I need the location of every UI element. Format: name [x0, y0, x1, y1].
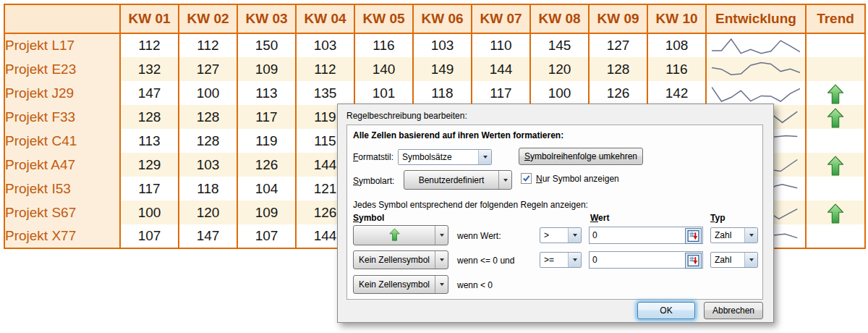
value-cell[interactable]: 112	[120, 33, 179, 57]
trend-cell[interactable]	[806, 224, 865, 248]
project-name-cell[interactable]: Projekt E23	[4, 57, 120, 81]
project-name-cell[interactable]: Projekt C41	[4, 129, 120, 153]
chevron-down-icon[interactable]	[744, 253, 757, 267]
range-picker-icon[interactable]	[685, 228, 702, 244]
project-name-cell[interactable]: Projekt L17	[4, 33, 120, 57]
ok-button[interactable]: OK	[637, 302, 695, 319]
value-cell[interactable]: 150	[237, 33, 296, 57]
project-name-cell[interactable]: Projekt J29	[4, 81, 120, 105]
symbol-select-3[interactable]: Kein Zellensymbol	[353, 275, 448, 294]
value-cell[interactable]: 128	[179, 105, 237, 129]
formatstil-select[interactable]: Symbolsätze	[398, 149, 492, 165]
value-cell[interactable]: 101	[354, 81, 413, 105]
value-cell[interactable]: 132	[120, 57, 179, 81]
value-cell[interactable]: 129	[120, 153, 179, 177]
value-cell[interactable]: 107	[237, 224, 296, 248]
symbol-select-1[interactable]	[353, 225, 448, 245]
value-cell[interactable]: 113	[237, 81, 296, 105]
trend-cell[interactable]	[806, 33, 865, 57]
value-cell[interactable]: 135	[296, 81, 354, 105]
chevron-down-icon[interactable]	[435, 276, 448, 293]
project-name-cell[interactable]: Projekt A47	[4, 153, 120, 177]
value-cell[interactable]: 128	[120, 105, 179, 129]
value-cell[interactable]: 117	[120, 177, 179, 201]
kw-header-cell-6[interactable]: KW 06	[413, 4, 472, 33]
chevron-down-icon[interactable]	[568, 253, 581, 267]
trend-cell[interactable]	[806, 57, 865, 81]
value-cell[interactable]: 107	[120, 224, 179, 248]
value-cell[interactable]: 108	[647, 33, 706, 57]
value-cell[interactable]: 127	[179, 57, 237, 81]
project-name-cell[interactable]: Projekt I53	[4, 177, 120, 201]
kw-header-cell-4[interactable]: KW 04	[296, 4, 354, 33]
kw-header-cell-2[interactable]: KW 02	[179, 4, 237, 33]
trend-cell[interactable]	[806, 105, 865, 129]
sparkline-cell[interactable]	[706, 57, 806, 81]
symbol-select-2[interactable]: Kein Zellensymbol	[353, 250, 448, 269]
value-cell[interactable]: 145	[530, 33, 589, 57]
trend-cell[interactable]	[806, 81, 865, 105]
value-cell[interactable]: 112	[179, 33, 237, 57]
reverse-icon-order-button[interactable]: Symbolreihenfolge umkehren	[519, 148, 643, 165]
value-cell[interactable]: 126	[237, 153, 296, 177]
show-icon-only-checkbox[interactable]: Nur Symbol anzeigen	[521, 173, 619, 184]
value-cell[interactable]: 118	[413, 81, 472, 105]
trend-cell[interactable]	[806, 153, 865, 177]
value-cell[interactable]: 109	[237, 57, 296, 81]
value-cell[interactable]: 100	[179, 81, 237, 105]
value-cell[interactable]: 147	[120, 81, 179, 105]
operator-select-2[interactable]: >=	[540, 252, 582, 268]
corner-header-cell[interactable]	[4, 4, 120, 33]
kw-header-cell-8[interactable]: KW 08	[530, 4, 589, 33]
kw-header-cell-7[interactable]: KW 07	[472, 4, 530, 33]
kw-header-cell-10[interactable]: KW 10	[647, 4, 706, 33]
value-cell[interactable]: 118	[179, 177, 237, 201]
value-cell[interactable]: 112	[296, 57, 354, 81]
value-cell[interactable]: 140	[354, 57, 413, 81]
entwicklung-header-cell[interactable]: Entwicklung	[706, 4, 806, 33]
value-cell[interactable]: 109	[237, 201, 296, 224]
value-cell[interactable]: 110	[472, 33, 530, 57]
value-cell[interactable]: 119	[237, 129, 296, 153]
trend-cell[interactable]	[806, 129, 865, 153]
value-cell[interactable]: 128	[589, 57, 647, 81]
value-cell[interactable]: 147	[179, 224, 237, 248]
symbolart-select[interactable]: Benutzerdefiniert	[404, 170, 512, 190]
value-cell[interactable]: 149	[413, 57, 472, 81]
value-cell[interactable]: 126	[589, 81, 647, 105]
sparkline-cell[interactable]	[706, 33, 806, 57]
value-cell[interactable]: 144	[472, 57, 530, 81]
value-cell[interactable]: 103	[179, 153, 237, 177]
chevron-down-icon[interactable]	[435, 251, 448, 269]
value-cell[interactable]: 100	[530, 81, 589, 105]
sparkline-cell[interactable]	[706, 81, 806, 105]
project-name-cell[interactable]: Projekt X77	[4, 224, 120, 248]
chevron-down-icon[interactable]	[435, 226, 448, 245]
value-cell[interactable]: 120	[530, 57, 589, 81]
type-select-1[interactable]: Zahl	[710, 227, 758, 243]
value-cell[interactable]: 142	[647, 81, 706, 105]
value-cell[interactable]: 117	[237, 105, 296, 129]
kw-header-cell-3[interactable]: KW 03	[237, 4, 296, 33]
trend-header-cell[interactable]: Trend	[806, 4, 865, 33]
kw-header-cell-5[interactable]: KW 05	[354, 4, 413, 33]
chevron-down-icon[interactable]	[568, 228, 581, 243]
trend-cell[interactable]	[806, 201, 865, 224]
project-name-cell[interactable]: Projekt F33	[4, 105, 120, 129]
chevron-down-icon[interactable]	[498, 171, 511, 189]
cancel-button[interactable]: Abbrechen	[704, 302, 763, 319]
chevron-down-icon[interactable]	[744, 228, 757, 243]
project-name-cell[interactable]: Projekt S67	[4, 201, 120, 224]
type-select-2[interactable]: Zahl	[710, 252, 758, 268]
trend-cell[interactable]	[806, 177, 865, 201]
value-cell[interactable]: 120	[179, 201, 237, 224]
value-cell[interactable]: 104	[237, 177, 296, 201]
checkbox-check-icon[interactable]	[521, 173, 532, 184]
kw-header-cell-9[interactable]: KW 09	[589, 4, 647, 33]
range-picker-icon[interactable]	[685, 253, 702, 269]
operator-select-1[interactable]: >	[540, 227, 582, 243]
value-cell[interactable]: 117	[472, 81, 530, 105]
value-cell[interactable]: 103	[296, 33, 354, 57]
value-cell[interactable]: 127	[589, 33, 647, 57]
value-cell[interactable]: 116	[647, 57, 706, 81]
